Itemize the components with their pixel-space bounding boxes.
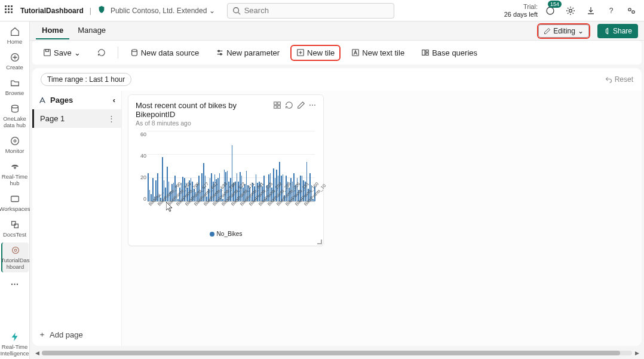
workspace-picker[interactable]: Public Contoso, Ltd. Extended ⌄: [111, 7, 215, 15]
pages-header: Pages ‹: [32, 91, 121, 109]
explore-icon[interactable]: [273, 101, 281, 111]
scroll-thumb[interactable]: [42, 351, 620, 355]
left-nav-rail: Home Create Browse OneLake data hub Moni…: [0, 22, 30, 359]
breadcrumb-sep: |: [90, 7, 91, 15]
search-box[interactable]: [227, 3, 394, 19]
workspace-label: Public Contoso, Ltd. Extended: [111, 7, 207, 15]
svg-point-0: [233, 7, 238, 13]
resize-handle[interactable]: [317, 240, 322, 244]
collapse-icon[interactable]: ‹: [113, 96, 115, 105]
legend-dot: [210, 232, 214, 237]
scroll-track[interactable]: [42, 351, 632, 355]
chevron-down-icon: ⌄: [578, 27, 584, 35]
chart-tile[interactable]: Most recent count of bikes by BikepointI…: [128, 94, 324, 246]
rail-create[interactable]: Create: [1, 50, 29, 73]
bar-chart: 6040200 BikePoi...BikePoints_790BikePoin…: [136, 131, 315, 227]
share-button[interactable]: Share: [597, 24, 638, 38]
new-data-source-button[interactable]: New data source: [125, 46, 204, 60]
svg-point-14: [12, 247, 19, 254]
rail-browse[interactable]: Browse: [1, 75, 29, 99]
dashboard-canvas[interactable]: Most recent count of bikes by BikepointI…: [122, 91, 642, 346]
notifications-badge: 154: [548, 1, 562, 8]
rail-onelake[interactable]: OneLake data hub: [1, 101, 29, 131]
svg-rect-25: [426, 53, 428, 56]
y-axis-ticks: 6040200: [136, 131, 146, 202]
svg-point-8: [11, 137, 19, 145]
pencil-icon: [544, 27, 551, 35]
chart-legend: No_Bikes: [136, 231, 316, 237]
chevron-down-icon: ⌄: [74, 48, 81, 57]
plus-icon: ＋: [38, 329, 46, 340]
x-axis-ticks: BikePoi...BikePoints_790BikePoints_745Bi…: [148, 202, 315, 227]
new-parameter-button[interactable]: New parameter: [211, 46, 284, 60]
rail-home[interactable]: Home: [1, 24, 29, 47]
svg-rect-17: [45, 50, 48, 52]
rail-docstest[interactable]: DocsTest: [1, 217, 29, 240]
main-area: Home Manage Editing ⌄ Share Save ⌄: [30, 22, 644, 359]
add-page-button[interactable]: ＋ Add page: [32, 323, 121, 346]
tile-title: Most recent count of bikes by BikepointI…: [136, 101, 273, 119]
text-tile-icon: [351, 48, 360, 57]
svg-point-4: [628, 8, 631, 10]
notifications-icon[interactable]: 154: [542, 3, 558, 19]
svg-rect-11: [11, 197, 19, 202]
svg-rect-23: [422, 50, 425, 56]
app-launcher-icon[interactable]: [5, 5, 16, 16]
refresh-icon[interactable]: [285, 101, 293, 111]
svg-point-2: [547, 7, 554, 14]
view-tabs-row: Home Manage Editing ⌄ Share: [30, 22, 644, 41]
tab-manage[interactable]: Manage: [72, 22, 112, 39]
shield-icon: [97, 5, 106, 16]
rail-more[interactable]: …: [1, 275, 29, 289]
rail-workspaces[interactable]: Workspaces: [1, 191, 29, 214]
help-icon[interactable]: ?: [603, 3, 619, 19]
rail-tutorialdashboard[interactable]: TutorialDas hboard: [1, 243, 29, 272]
svg-point-18: [131, 50, 137, 52]
reset-button[interactable]: Reset: [605, 75, 633, 84]
undo-icon: [605, 76, 612, 83]
svg-point-5: [632, 10, 634, 13]
tile-subtitle: As of 8 minutes ago: [136, 119, 273, 127]
settings-icon[interactable]: [563, 3, 578, 19]
time-range-bar: Time range : Last 1 hour Reset: [32, 68, 642, 91]
command-toolbar: Save ⌄ New data source New parameter New…: [32, 41, 642, 65]
svg-rect-16: [44, 50, 51, 56]
new-tile-button[interactable]: New tile: [292, 46, 339, 60]
search-icon: [232, 7, 241, 15]
search-input[interactable]: [244, 6, 389, 15]
rail-monitor[interactable]: Monitor: [1, 133, 29, 157]
breadcrumb-title: TutorialDashboard: [20, 7, 84, 15]
refresh-button[interactable]: [93, 46, 111, 59]
data-source-icon: [130, 48, 139, 57]
trial-label: Trial:: [504, 3, 538, 10]
svg-rect-27: [278, 102, 280, 105]
save-button[interactable]: Save ⌄: [38, 46, 85, 60]
horizontal-scrollbar[interactable]: ◀ ▶: [32, 349, 642, 357]
svg-rect-12: [11, 222, 15, 225]
trial-status[interactable]: Trial: 26 days left: [504, 3, 538, 17]
time-range-chip[interactable]: Time range : Last 1 hour: [41, 73, 131, 86]
scroll-left-arrow[interactable]: ◀: [33, 349, 41, 357]
feedback-icon[interactable]: [624, 3, 639, 19]
top-app-bar: TutorialDashboard | Public Contoso, Ltd.…: [0, 0, 644, 22]
chevron-down-icon: ⌄: [209, 7, 215, 15]
page-row-page1[interactable]: Page 1 ⋮: [32, 109, 121, 128]
download-icon[interactable]: [583, 3, 599, 19]
more-icon[interactable]: ⋮: [108, 114, 115, 123]
scroll-right-arrow[interactable]: ▶: [633, 349, 640, 357]
rail-realtimehub[interactable]: Real-Time hub: [1, 159, 29, 189]
svg-rect-13: [14, 224, 18, 228]
svg-rect-24: [426, 50, 428, 53]
svg-point-7: [11, 105, 18, 108]
more-icon[interactable]: ⋯: [309, 101, 316, 111]
svg-rect-26: [274, 102, 277, 105]
base-queries-button[interactable]: Base queries: [416, 46, 482, 60]
edit-icon[interactable]: [297, 101, 305, 111]
new-text-tile-button[interactable]: New text tile: [346, 46, 409, 60]
rail-realtime-intelligence[interactable]: Real-Time Intelligence: [1, 329, 29, 359]
editing-dropdown-button[interactable]: Editing ⌄: [538, 24, 589, 38]
tile-icon: [296, 48, 305, 57]
refresh-icon: [97, 48, 106, 57]
tab-home[interactable]: Home: [36, 22, 69, 39]
queries-icon: [421, 48, 430, 57]
